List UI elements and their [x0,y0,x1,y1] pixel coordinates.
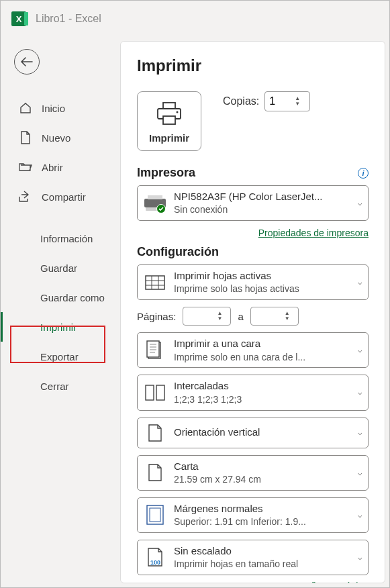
nav-label: Imprimir [40,322,77,333]
sidebar-item-inicio[interactable]: Inicio [1,93,120,123]
dd-sub: Superior: 1.91 cm Inferior: 1.9... [174,516,362,528]
chevron-down-icon: ⌵ [358,428,362,437]
orientation-dropdown[interactable]: Orientación vertical ⌵ [137,418,369,448]
chevron-down-icon: ⌵ [358,199,362,207]
arrow-left-icon [21,57,33,66]
dd-sub: 21.59 cm x 27.94 cm [174,473,362,486]
pages-to-input[interactable]: ▲ ▼ [250,307,299,326]
copies-input[interactable] [265,95,295,107]
titlebar: X Libro1 - Excel [1,1,389,37]
printer-properties-link[interactable]: Propiedades de impresora [258,228,369,238]
sidebar-item-guardar-como[interactable]: Guardar como [1,283,120,312]
collate-dropdown[interactable]: Intercaladas 1;2;3 1;2;3 1;2;3 ⌵ [137,375,369,410]
dd-title: Orientación vertical [174,426,362,439]
sidebar-item-guardar[interactable]: Guardar [1,253,120,283]
dd-sub: 1;2;3 1;2;3 1;2;3 [174,393,362,406]
home-icon [19,102,32,114]
sheets-icon [143,275,167,290]
dd-sub: Imprimir hojas en tamaño real [174,558,362,571]
paper-size-dropdown[interactable]: Carta 21.59 cm x 27.94 cm ⌵ [137,455,369,491]
sidebar-item-informacion[interactable]: Información [1,224,120,253]
printer-device-icon [143,195,167,212]
sidebar-item-compartir[interactable]: Compartir [1,182,120,211]
dd-title: Intercaladas [174,379,362,393]
chevron-down-icon: ⌵ [358,346,362,354]
chevron-down-icon: ⌵ [358,469,362,477]
window-title: Libro1 - Excel [36,13,101,25]
nav-label: Guardar [40,262,77,274]
print-button[interactable]: Imprimir [137,91,201,151]
margins-icon [143,505,167,525]
nav-label: Cerrar [40,381,69,392]
sidebar-item-cerrar[interactable]: Cerrar [1,371,120,401]
sidebar-item-exportar[interactable]: Exportar [1,342,120,371]
svg-rect-2 [163,116,175,124]
svg-rect-8 [146,276,164,289]
copies-spinner[interactable]: ▲ ▼ [264,91,310,111]
nav-label: Compartir [42,191,86,203]
scaling-dropdown[interactable]: 100 Sin escalado Imprimir hojas en tamañ… [137,540,369,575]
backstage-sidebar: Inicio Nuevo Abrir Compartir Información… [1,37,120,587]
print-panel: Imprimir Imprimir Copias: ▲ ▼ [120,41,385,583]
chevron-down-icon: ⌵ [358,553,362,562]
printer-heading: Impresora [137,166,195,180]
document-icon [19,131,32,144]
folder-open-icon [19,162,32,173]
svg-rect-1 [163,103,175,109]
nav-label: Nuevo [42,132,70,144]
printer-dropdown[interactable]: NPI582A3F (HP Color LaserJet... Sin cone… [137,185,369,221]
dd-sub: Imprime solo en una cara de l... [174,351,362,364]
printer-status: Sin conexión [174,203,362,216]
back-button[interactable] [14,49,40,75]
collated-icon [143,385,167,401]
print-button-label: Imprimir [149,132,189,144]
dd-sub: Imprime solo las hojas activas [174,283,362,295]
page-setup-link[interactable]: Configurar página [294,581,369,583]
svg-point-3 [177,111,179,113]
nav-label: Exportar [40,351,79,362]
chevron-down-icon: ⌵ [358,511,362,520]
svg-rect-5 [148,195,162,199]
spinner-down-icon[interactable]: ▼ [285,316,290,322]
print-what-dropdown[interactable]: Imprimir hojas activas Imprime solo las … [137,264,369,300]
chevron-down-icon: ⌵ [358,388,362,397]
nav-label: Abrir [42,162,63,173]
page-icon [143,463,167,482]
sides-dropdown[interactable]: Imprimir a una cara Imprime solo en una … [137,332,369,368]
dd-title: Sin escalado [174,544,362,558]
page-title: Imprimir [137,56,369,75]
nav-label: Guardar como [40,292,105,303]
sidebar-item-abrir[interactable]: Abrir [1,152,120,182]
pages-separator: a [238,311,243,322]
excel-app-icon: X [11,11,26,26]
copies-label: Copias: [223,95,259,107]
nav-label: Inicio [42,103,65,114]
nav-label: Información [40,233,93,244]
margins-dropdown[interactable]: Márgenes normales Superior: 1.91 cm Infe… [137,497,369,533]
dd-title: Carta [174,460,362,473]
config-heading: Configuración [137,245,219,259]
dd-title: Márgenes normales [174,502,362,516]
svg-text:100: 100 [150,559,160,566]
spinner-down-icon[interactable]: ▼ [217,316,222,322]
spinner-down-icon[interactable]: ▼ [295,101,300,107]
info-icon[interactable]: i [358,168,369,179]
dd-title: Imprimir a una cara [174,337,362,350]
scaling-icon: 100 [143,547,167,567]
dd-title: Imprimir hojas activas [174,269,362,283]
svg-rect-10 [147,341,159,357]
svg-rect-11 [146,385,154,400]
one-sided-icon [143,340,167,360]
share-icon [19,191,32,203]
sidebar-item-imprimir[interactable]: Imprimir [1,312,120,342]
printer-name: NPI582A3F (HP Color LaserJet... [174,190,362,203]
pages-label: Páginas: [137,311,176,322]
svg-rect-12 [156,385,164,400]
portrait-icon [143,424,167,442]
sidebar-item-nuevo[interactable]: Nuevo [1,123,120,152]
pages-from-input[interactable]: ▲ ▼ [183,307,231,326]
printer-icon [156,101,183,126]
chevron-down-icon: ⌵ [358,278,362,287]
svg-rect-14 [150,508,160,522]
